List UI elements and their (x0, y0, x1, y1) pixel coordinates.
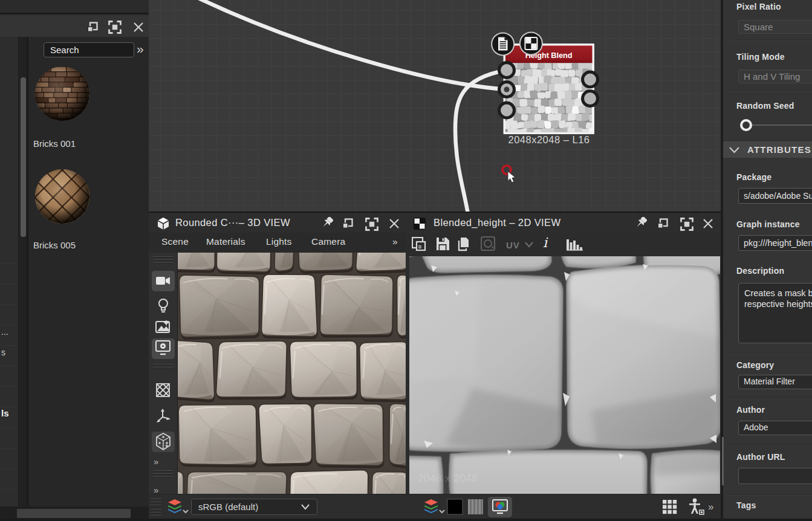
library-tree-scrollbar[interactable] (19, 37, 27, 506)
toolbar-grip[interactable] (153, 470, 174, 479)
output-port-1[interactable] (583, 72, 598, 87)
histogram-icon[interactable] (565, 237, 585, 253)
close-panel-icon[interactable] (703, 218, 713, 229)
layers-icon[interactable] (167, 499, 189, 516)
image-reload-icon-disabled[interactable] (481, 236, 498, 253)
menu-materials[interactable]: Materials (206, 236, 245, 247)
float-window-icon[interactable] (87, 22, 98, 33)
menu-more-chevron[interactable]: » (392, 236, 397, 247)
library-category-tree[interactable]: ...sls (0, 37, 19, 506)
float-window-icon[interactable] (657, 218, 668, 229)
tree-row[interactable] (0, 427, 18, 428)
library-splitter[interactable] (27, 37, 28, 506)
toolbar-grip[interactable] (153, 364, 174, 370)
separator (727, 40, 812, 40)
library-item-label[interactable]: Bricks 001 (33, 138, 76, 149)
tree-row[interactable] (0, 489, 18, 490)
thumbnail-bricks-005[interactable] (29, 163, 96, 230)
pin-panel-icon[interactable] (320, 217, 333, 230)
tree-row[interactable] (0, 448, 18, 448)
menu-camera[interactable]: Camera (311, 236, 345, 247)
copy-icon[interactable] (458, 237, 472, 251)
view2d-viewport[interactable]: 2048 x 2048 (409, 256, 720, 494)
maximize-window-icon[interactable] (365, 218, 378, 231)
package-value[interactable]: s/adobe/Adobe Substance 3D (738, 188, 812, 204)
colorspace-dropdown[interactable]: sRGB (default) (191, 499, 317, 515)
display-settings-button[interactable] (152, 338, 175, 359)
toolbar-grip[interactable] (151, 509, 161, 518)
menu-scene[interactable]: Scene (161, 236, 189, 247)
pin-panel-icon[interactable] (634, 217, 647, 230)
tree-row[interactable] (0, 345, 18, 346)
black-background-swatch[interactable] (447, 499, 464, 516)
view3d-viewport[interactable] (178, 253, 406, 494)
tree-row[interactable] (0, 325, 18, 325)
tree-item-fragment[interactable]: s (1, 348, 5, 357)
view3d-titlebar[interactable]: Rounded C···– 3D VIEW (149, 212, 406, 233)
library-item-label[interactable]: Bricks 005 (33, 240, 76, 250)
tree-row[interactable] (0, 386, 18, 387)
connection-wires[interactable] (192, 0, 507, 214)
description-value[interactable]: Creates a mask based on the respective h… (738, 283, 812, 343)
graph-instance-value[interactable]: pkg:///height_blend (738, 235, 812, 251)
output-port-2[interactable] (583, 91, 598, 106)
mannequin-icon[interactable] (688, 498, 705, 516)
random-dice-button[interactable] (152, 432, 175, 452)
tree-row[interactable] (0, 468, 18, 469)
float-window-icon[interactable] (342, 218, 353, 229)
toolbar-grip[interactable] (151, 499, 161, 508)
layers-icon[interactable] (424, 499, 446, 516)
search-input[interactable]: Search (44, 42, 134, 57)
thumbnail-bricks-001[interactable] (29, 60, 96, 127)
category-value[interactable]: Material Filter (738, 375, 812, 389)
uv-mode-label[interactable]: UV (506, 240, 520, 250)
environment-button[interactable] (152, 317, 175, 337)
tree-row[interactable] (0, 407, 18, 407)
library-tree-scrollbar-handle[interactable] (21, 77, 26, 237)
input-port-2[interactable] (499, 82, 515, 97)
author-value[interactable]: Adobe (738, 421, 812, 435)
tree-item-fragment[interactable]: ls (1, 408, 9, 418)
random-seed-slider[interactable] (736, 118, 812, 132)
checker-badge-icon[interactable] (520, 32, 542, 54)
maximize-window-icon[interactable] (680, 218, 693, 231)
tiling-mode-value[interactable]: H and V Tiling (738, 70, 812, 83)
close-panel-icon[interactable] (133, 22, 144, 33)
library-horizontal-scrollbar-handle[interactable] (17, 509, 131, 518)
toolbar-grip[interactable] (153, 256, 174, 265)
info-icon[interactable]: i (543, 235, 547, 250)
attributes-scrollbar-handle[interactable] (722, 437, 724, 485)
transform-axis-button[interactable] (152, 406, 175, 427)
grid-tiles-icon[interactable] (662, 499, 678, 515)
maximize-window-icon[interactable] (108, 21, 122, 34)
doc-badge-icon[interactable] (492, 33, 514, 55)
bottombar-overflow-chevron[interactable]: » (708, 501, 712, 513)
close-panel-icon[interactable] (389, 218, 400, 229)
uv-chevron-down-icon[interactable] (525, 242, 533, 248)
gray-columns-swatch[interactable] (467, 499, 484, 516)
new-view-icon[interactable] (412, 237, 429, 253)
menu-lights[interactable]: Lights (266, 236, 292, 247)
author-url-value[interactable] (738, 468, 812, 484)
attributes-section-header[interactable]: ATTRIBUTES (723, 141, 812, 158)
camera-display-button[interactable] (152, 271, 175, 291)
tree-row[interactable] (0, 304, 18, 305)
view2d-titlebar[interactable]: Blended_height – 2D VIEW (406, 212, 721, 233)
display-color-icon (492, 499, 508, 515)
toolbar-overflow-chevron[interactable]: » (154, 456, 157, 467)
tree-row[interactable] (0, 283, 18, 284)
light-button[interactable] (152, 296, 175, 316)
input-port-1[interactable] (499, 63, 515, 78)
pixel-ratio-value[interactable]: Square (738, 20, 812, 34)
search-options-chevron[interactable]: » (137, 41, 149, 56)
slider-knob[interactable] (741, 120, 751, 130)
node-resolution-caption: 2048x2048 – L16 (508, 134, 590, 145)
description-label: Description (736, 266, 784, 276)
input-port-3[interactable] (499, 103, 515, 118)
geometry-button[interactable] (152, 381, 175, 401)
save-icon[interactable] (436, 237, 450, 251)
tree-row[interactable] (0, 366, 18, 366)
display-color-button[interactable] (488, 497, 512, 517)
tree-item-fragment[interactable]: ... (1, 327, 8, 337)
tree-row[interactable] (0, 263, 18, 264)
